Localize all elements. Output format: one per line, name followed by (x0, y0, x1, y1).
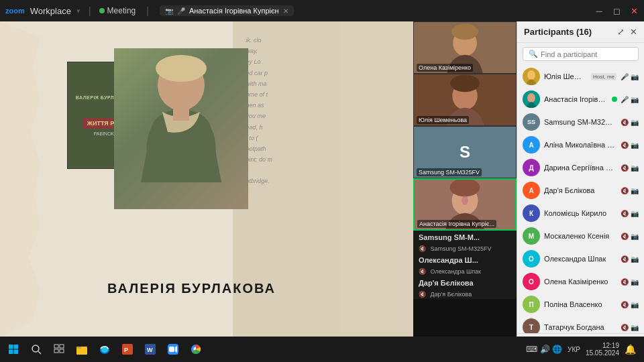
host-badge: Host, me (591, 73, 616, 80)
meeting-label: Meeting (107, 6, 136, 15)
participant-item[interactable]: SS Samsung SM-M325FV 🔇 📷 (517, 111, 644, 133)
participant-name: Юлія Шеменьова (544, 72, 586, 80)
participant-avatar (523, 68, 540, 85)
participant-name: Поліна Власенко (544, 300, 616, 308)
participant-item[interactable]: А Аліна Миколаївна Черепінська 🔇 📷 (517, 133, 644, 156)
section-samsung-sub-text: Samsung SM-M325FV (431, 245, 492, 252)
participant-avatar: А (523, 182, 540, 199)
windows-start-button[interactable] (3, 339, 24, 360)
participant-item[interactable]: О Олена Казіміренко 🔇 📷 (517, 270, 644, 293)
meeting-tab[interactable]: Meeting (99, 6, 136, 15)
powerpoint-button[interactable]: P (117, 339, 138, 360)
participant-name: Дарина Сергіївна Пал... (544, 164, 616, 172)
panel-header: Participants (16) ⤢ ✕ (517, 21, 644, 43)
minimize-button[interactable]: ─ (594, 6, 604, 15)
participant-search-input[interactable] (541, 50, 633, 58)
video-thumb-yulia[interactable]: Юлія Шеменьова (413, 74, 517, 126)
cam-off-icon: 📷 (631, 233, 639, 240)
mic-muted-icon: 🔇 (621, 210, 629, 217)
video-strip: Олена Казіміренко Юлія Шеменьова S Samsu… (413, 21, 517, 337)
participant-icons: 🔇 📷 (621, 164, 639, 172)
video-thumb-olena[interactable]: Олена Казіміренко (413, 21, 517, 74)
video-label-yulia: Юлія Шеменьова (417, 116, 469, 124)
svg-point-8 (450, 74, 479, 92)
cam-icon: 📷 (631, 96, 639, 103)
participant-icons: 🔇 📷 (621, 187, 639, 194)
participant-icons: 🔇 📷 (621, 255, 639, 263)
mic-muted-icon: 🔇 (621, 187, 629, 194)
cam-off-icon: 📷 (631, 278, 639, 286)
chrome-icon (190, 343, 202, 355)
participant-avatar: Т (523, 318, 540, 333)
svg-rect-25 (54, 349, 58, 353)
explorer-button[interactable] (71, 339, 93, 360)
svg-line-22 (38, 351, 41, 354)
svg-point-21 (32, 345, 39, 352)
participant-item[interactable]: Т Татарчук Богдана 🔇 📷 (517, 316, 644, 333)
section-samsung: Samsung SM-M... (413, 231, 517, 244)
participant-icons: 🔇 📷 (621, 233, 639, 240)
participant-icons: 🔇 📷 (621, 210, 639, 217)
participant-item[interactable]: Д Дарина Сергіївна Пал... 🔇 📷 (517, 156, 644, 179)
participant-item[interactable]: П Поліна Власенко 🔇 📷 (517, 293, 644, 316)
explorer-icon (76, 343, 88, 355)
close-button[interactable]: ✕ (629, 6, 639, 15)
close-panel-icon[interactable]: ✕ (630, 27, 637, 37)
video-thumb-samsung[interactable]: S Samsung SM-M325FV (413, 126, 517, 178)
search-taskbar-button[interactable] (25, 339, 47, 360)
mic-muted-icon3: 🔇 (419, 291, 426, 298)
participant-avatar: П (523, 296, 540, 313)
svg-text:W: W (147, 347, 153, 353)
participant-item[interactable]: К Коломієць Кирило 🔇 📷 (517, 202, 644, 225)
expand-icon[interactable]: ⤢ (617, 27, 625, 37)
participant-avatar: К (523, 204, 540, 222)
workplace-label: Workplace (30, 6, 71, 16)
svg-point-14 (527, 70, 535, 80)
section-samsung-sub: 🔇 Samsung SM-M325FV (413, 244, 517, 253)
svg-point-1 (156, 55, 207, 82)
participant-icons: 🎤 📷 (612, 96, 639, 103)
svg-rect-17 (9, 345, 13, 349)
person-svg (114, 48, 248, 209)
restore-button[interactable]: ◻ (612, 6, 621, 15)
cam-off-icon: 📷 (631, 187, 639, 194)
cam-off-icon: 📷 (631, 210, 639, 217)
svg-rect-20 (14, 350, 19, 355)
participant-icons: 🔇 📷 (621, 141, 639, 149)
mic-muted-icon: 🔇 (621, 324, 629, 331)
participant-avatar: О (523, 273, 540, 290)
tab-close-icon[interactable]: ✕ (283, 7, 288, 15)
edge-button[interactable] (94, 339, 115, 360)
cam-icon: 📷 (631, 73, 639, 80)
video-label-anastasia: Анастасія Ігорівна Купріє... (417, 220, 496, 228)
participant-avatar: SS (523, 113, 540, 131)
speaking-indicator (612, 97, 617, 102)
book-publisher: PABINOK (94, 131, 115, 136)
chevron-down-icon[interactable]: ▾ (76, 7, 80, 15)
taskbar-date: 15.05.2024 (586, 349, 619, 357)
participant-name: Коломієць Кирило (544, 209, 616, 217)
chrome-button[interactable] (185, 339, 207, 360)
mic-muted-icon: 🔇 (621, 278, 629, 286)
svg-point-16 (527, 93, 535, 103)
participant-item[interactable]: А Дар'я Бєлікова 🔇 📷 (517, 179, 644, 202)
section-oleksandra-sub: 🔇 Олександра Шпак (413, 267, 517, 276)
task-view-button[interactable] (48, 339, 70, 360)
zoom-taskbar-button[interactable] (162, 339, 184, 360)
active-tab[interactable]: 📷 🎤 Анастасія Ігорівна Купрієн ✕ (160, 5, 294, 16)
face-yulia-sm (523, 68, 540, 85)
author-photo (114, 48, 248, 209)
mic-muted-icon: 🔇 (621, 233, 629, 240)
participant-item[interactable]: М Москаленко Ксенія 🔇 📷 (517, 225, 644, 247)
mic-muted-icon2: 🔇 (419, 268, 426, 275)
video-thumb-anastasia[interactable]: Анастасія Ігорівна Купріє... (413, 178, 517, 231)
participant-item[interactable]: О Олександра Шпак 🔇 📷 (517, 247, 644, 270)
person-figure (114, 48, 248, 209)
participant-item[interactable]: Юлія Шеменьова Host, me 🎤 📷 (517, 65, 644, 88)
mic-icon: 🎤 (621, 73, 629, 80)
participant-item[interactable]: Анастасія Ігорівна Купрієн 🎤 📷 (517, 88, 644, 111)
notification-icon[interactable]: 🔔 (625, 344, 636, 355)
word-button[interactable]: W (140, 339, 161, 360)
participant-avatar (523, 90, 540, 108)
cam-off-icon: 📷 (631, 324, 639, 331)
